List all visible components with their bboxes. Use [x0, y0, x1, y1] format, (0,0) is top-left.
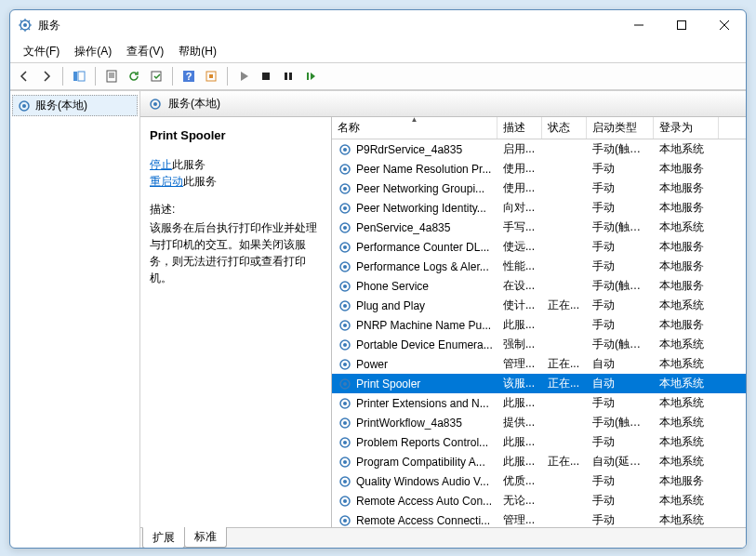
restart-service-button[interactable] — [300, 66, 321, 86]
svg-point-21 — [343, 167, 347, 171]
start-service-button[interactable] — [233, 66, 254, 86]
service-icon — [338, 298, 352, 313]
col-logon[interactable]: 登录为 — [654, 117, 719, 139]
services-icon — [148, 97, 163, 112]
svg-point-19 — [343, 148, 347, 152]
maximize-button[interactable] — [660, 10, 703, 40]
table-row[interactable]: Plug and Play使计...正在...手动本地系统 — [332, 296, 746, 315]
rows-container[interactable]: P9RdrService_4a835启用...手动(触发...本地系统Peer … — [332, 139, 746, 527]
cell-name: Phone Service — [356, 280, 429, 293]
tab-extended[interactable]: 扩展 — [142, 527, 185, 549]
cell-logon: 本地服务 — [654, 161, 719, 177]
service-icon — [338, 474, 352, 489]
col-name[interactable]: ▲名称 — [332, 117, 497, 139]
stop-link[interactable]: 停止 — [150, 158, 172, 171]
table-row[interactable]: Remote Access Connecti...管理...手动本地系统 — [332, 510, 746, 527]
cell-desc: 此服... — [497, 434, 542, 450]
cell-desc: 此服... — [497, 317, 542, 333]
cell-name: P9RdrService_4a835 — [356, 143, 462, 156]
table-row[interactable]: Print Spooler该服...正在...自动本地系统 — [332, 374, 746, 393]
help-button[interactable]: ? — [179, 66, 199, 86]
cell-logon: 本地系统 — [654, 434, 719, 450]
cell-logon: 本地系统 — [654, 493, 719, 509]
cell-start: 手动(触发... — [587, 415, 654, 430]
pause-service-button[interactable] — [278, 66, 298, 86]
svg-point-17 — [153, 102, 157, 106]
stop-service-button[interactable] — [256, 66, 276, 86]
cell-status: 正在... — [542, 356, 587, 372]
cell-desc: 提供... — [497, 415, 542, 430]
toolbar-separator — [95, 67, 96, 86]
table-row[interactable]: Printer Extensions and N...此服...手动本地系统 — [332, 393, 746, 413]
cell-start: 手动 — [587, 258, 654, 274]
table-row[interactable]: Peer Name Resolution Pr...使用...手动本地服务 — [332, 159, 746, 179]
table-row[interactable]: Program Compatibility A...此服...正在...自动(延… — [332, 452, 746, 471]
service-actions: 停止此服务 重启动此服务 — [150, 156, 324, 190]
svg-rect-11 — [285, 73, 287, 80]
cell-logon: 本地系统 — [654, 219, 719, 235]
close-button[interactable] — [703, 10, 746, 40]
table-row[interactable]: Portable Device Enumera...强制...手动(触发...本… — [332, 335, 746, 354]
cell-logon: 本地系统 — [654, 454, 719, 470]
menu-file[interactable]: 文件(F) — [16, 42, 67, 61]
menu-help[interactable]: 帮助(H) — [171, 42, 224, 61]
svg-point-29 — [343, 245, 347, 249]
svg-rect-4 — [78, 72, 85, 81]
cell-start: 手动 — [587, 180, 654, 196]
table-row[interactable]: Problem Reports Control...此服...手动本地系统 — [332, 432, 746, 452]
cell-name: Printer Extensions and N... — [356, 397, 489, 410]
menu-view[interactable]: 查看(V) — [119, 42, 171, 61]
menu-action[interactable]: 操作(A) — [67, 42, 119, 61]
refresh-button[interactable] — [124, 66, 144, 86]
service-icon — [338, 338, 352, 352]
cell-start: 手动 — [587, 493, 654, 509]
table-row[interactable]: Peer Networking Identity...向对...手动本地服务 — [332, 198, 746, 218]
table-row[interactable]: Quality Windows Audio V...优质...手动本地服务 — [332, 471, 746, 491]
svg-point-41 — [343, 363, 347, 366]
col-desc[interactable]: 描述 — [497, 117, 542, 139]
cell-name: Program Compatibility A... — [356, 456, 485, 469]
properties-button[interactable] — [101, 66, 122, 86]
cell-start: 手动 — [587, 239, 654, 255]
table-row[interactable]: Performance Logs & Aler...性能...手动本地服务 — [332, 257, 746, 276]
svg-point-27 — [343, 226, 347, 230]
service-icon — [338, 455, 352, 470]
body: 服务(本地) 服务(本地) Print Spooler 停止此服务 重启动此服务… — [10, 90, 746, 548]
cell-name: Remote Access Connecti... — [356, 514, 490, 527]
cell-start: 手动 — [587, 200, 654, 216]
minimize-button[interactable] — [617, 10, 660, 40]
table-row[interactable]: P9RdrService_4a835启用...手动(触发...本地系统 — [332, 139, 746, 159]
forward-button[interactable] — [36, 66, 57, 86]
cell-start: 手动(触发... — [587, 337, 654, 352]
stop-suffix: 此服务 — [172, 158, 206, 171]
toolbar-separator — [62, 67, 63, 86]
cell-logon: 本地系统 — [654, 337, 719, 352]
back-button[interactable] — [14, 66, 34, 86]
tab-standard[interactable]: 标准 — [184, 527, 227, 548]
tree-node-label: 服务(本地) — [35, 98, 87, 113]
service-icon — [338, 162, 352, 177]
restart-link[interactable]: 重启动 — [150, 175, 183, 188]
svg-point-23 — [343, 187, 347, 191]
col-status[interactable]: 状态 — [542, 117, 587, 139]
table-row[interactable]: Remote Access Auto Con...无论...手动本地系统 — [332, 491, 746, 510]
table-row[interactable]: Peer Networking Groupi...使用...手动本地服务 — [332, 179, 746, 198]
table-row[interactable]: Power管理...正在...自动本地系统 — [332, 354, 746, 374]
table-row[interactable]: PrintWorkflow_4a835提供...手动(触发...本地系统 — [332, 413, 746, 432]
tree-node-services-local[interactable]: 服务(本地) — [12, 95, 138, 116]
cell-desc: 此服... — [497, 454, 542, 470]
cell-logon: 本地系统 — [654, 141, 719, 157]
cell-name: Problem Reports Control... — [356, 436, 488, 449]
table-row[interactable]: Performance Counter DL...使远...手动本地服务 — [332, 237, 746, 257]
table-row[interactable]: PenService_4a835手写...手动(触发...本地系统 — [332, 218, 746, 237]
table-row[interactable]: Phone Service在设...手动(触发...本地服务 — [332, 276, 746, 296]
table-row[interactable]: PNRP Machine Name Pu...此服...手动本地服务 — [332, 315, 746, 335]
show-hide-tree-button[interactable] — [69, 66, 89, 86]
action-button[interactable] — [201, 66, 221, 86]
main-pane: 服务(本地) Print Spooler 停止此服务 重启动此服务 描述: 该服… — [140, 91, 746, 548]
col-start[interactable]: 启动类型 — [587, 117, 654, 139]
service-icon — [338, 181, 352, 196]
cell-desc: 性能... — [497, 258, 542, 274]
cell-name: Peer Networking Identity... — [356, 202, 486, 215]
export-button[interactable] — [146, 66, 166, 86]
